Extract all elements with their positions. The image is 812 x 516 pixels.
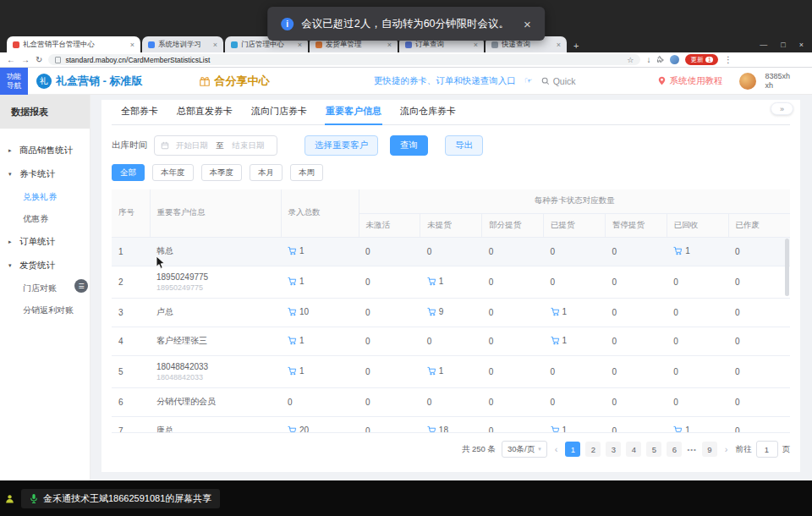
page-number[interactable]: 6 — [667, 442, 682, 457]
page-number[interactable]: 4 — [626, 442, 641, 457]
card-count-link[interactable]: 1 — [288, 277, 304, 286]
quick-filter-chip[interactable]: 本周 — [290, 164, 323, 181]
download-icon[interactable]: ↓ — [646, 56, 650, 64]
sidebar-collapse-handle-icon[interactable]: ☰ — [74, 279, 88, 293]
page-number[interactable]: 1 — [565, 442, 580, 457]
sidebar-item[interactable]: 兑换礼券 — [0, 186, 90, 208]
bookmark-star-icon[interactable]: ☆ — [627, 56, 634, 64]
sidebar-group[interactable]: ▾券卡统计 — [0, 162, 90, 186]
quick-filter-chip[interactable]: 本年度 — [152, 164, 194, 181]
cell-index: 2 — [112, 266, 150, 298]
card-count-link[interactable]: 20 — [288, 425, 309, 434]
new-tab-button[interactable]: + — [568, 41, 584, 52]
site-info-icon[interactable] — [55, 57, 61, 63]
quick-filter-chip[interactable]: 全部 — [112, 164, 145, 181]
meeting-app-icon[interactable] — [3, 491, 16, 505]
card-count-link[interactable]: 1 — [673, 425, 690, 434]
cell-customer: 1804884203318048842033 — [150, 355, 281, 387]
cell-status: 0 — [605, 387, 667, 416]
sidebar-group-label: 券卡统计 — [19, 168, 55, 180]
search-button[interactable]: 查询 — [390, 135, 428, 156]
table-vertical-scrollbar[interactable] — [785, 239, 789, 296]
quick-filter-chip[interactable]: 本季度 — [201, 164, 243, 181]
export-button[interactable]: 导出 — [445, 135, 483, 156]
table-row[interactable]: 7唐总2001801010 — [112, 416, 790, 433]
table-row[interactable]: 3卢总100901000 — [112, 298, 790, 327]
card-count-link[interactable]: 1 — [673, 246, 690, 255]
card-count-link[interactable]: 10 — [288, 307, 309, 316]
panel-collapse-button[interactable]: » — [771, 102, 793, 115]
select-important-customer-button[interactable]: 选择重要客户 — [304, 135, 378, 156]
card-count-link[interactable]: 1 — [427, 277, 444, 286]
tab-close-icon[interactable]: × — [557, 41, 561, 49]
card-count-link[interactable]: 1 — [288, 246, 304, 255]
pagination-total: 共 250 条 — [462, 444, 496, 455]
quick-entry-hint[interactable]: 更快捷的券卡、订单和快递查询入口 — [374, 75, 516, 87]
tab-重要客户信息[interactable]: 重要客户信息 — [316, 105, 391, 124]
card-count-link[interactable]: 1 — [551, 336, 568, 345]
page-number[interactable]: 5 — [646, 442, 661, 457]
page-number[interactable]: 2 — [585, 442, 601, 457]
column-header: 重要客户信息 — [150, 189, 281, 237]
card-count-link[interactable]: 1 — [551, 425, 568, 434]
quick-filter-chip[interactable]: 本月 — [250, 164, 283, 181]
card-count-link[interactable]: 1 — [288, 336, 304, 345]
window-minimize-button[interactable]: — — [760, 41, 767, 49]
card-count-link[interactable]: 1 — [427, 366, 444, 376]
system-tutorial-link[interactable]: 系统使用教程 — [658, 75, 722, 87]
function-nav-toggle[interactable]: 功能导航 — [0, 68, 28, 95]
address-bar-input[interactable]: standard.maboy.cn/CardMemberStatisticsLi… — [48, 54, 640, 65]
table-row[interactable]: 6分销代理的会员00000000 — [112, 387, 790, 416]
sidebar-group[interactable]: ▸订单统计 — [0, 230, 90, 254]
page-number[interactable]: 9 — [702, 442, 717, 457]
browser-tab[interactable]: 礼盒营销平台管理中心× — [7, 36, 140, 52]
triangle-right-icon: ▸ — [8, 147, 15, 154]
user-avatar[interactable] — [739, 73, 756, 90]
page-size-select[interactable]: 30条/页 ▾ — [502, 441, 547, 458]
sidebar-item[interactable]: 优惠券 — [0, 208, 90, 230]
menu-kebab-icon[interactable]: ⋮ — [724, 56, 732, 64]
table-row[interactable]: 1韩总10000010 — [112, 237, 790, 266]
window-close-button[interactable]: × — [799, 41, 804, 49]
more-pages-icon[interactable]: ••• — [687, 446, 696, 453]
sidebar-group[interactable]: ▸商品销售统计 — [0, 139, 90, 162]
browser-tab[interactable]: 系统培训学习× — [142, 36, 223, 52]
toast-close-icon[interactable]: × — [524, 17, 531, 31]
tab-close-icon[interactable]: × — [387, 41, 392, 49]
tab-close-icon[interactable]: × — [298, 41, 302, 49]
quick-search[interactable]: Quick — [541, 76, 576, 86]
browser-profile-avatar[interactable] — [670, 55, 679, 64]
tab-close-icon[interactable]: × — [130, 41, 134, 49]
tab-总部直发券卡[interactable]: 总部直发券卡 — [167, 105, 242, 124]
card-count-link[interactable]: 1 — [288, 366, 304, 376]
refresh-icon[interactable]: ↻ — [36, 56, 42, 64]
sidebar-item[interactable]: 分销返利对账 — [0, 299, 90, 321]
tab-close-icon[interactable]: × — [474, 41, 478, 49]
window-maximize-button[interactable]: □ — [781, 41, 785, 49]
page-number[interactable]: 3 — [606, 442, 621, 457]
share-center-link[interactable]: 合分享中心 — [199, 74, 270, 89]
date-range-picker[interactable]: 开始日期 至 结束日期 — [154, 135, 277, 156]
forward-icon[interactable]: → — [21, 56, 30, 64]
user-name[interactable]: 8385xh xh — [765, 72, 790, 90]
card-count-link[interactable]: 1 — [551, 307, 568, 316]
update-badge[interactable]: 更新 1 — [685, 54, 718, 65]
next-page-icon[interactable]: › — [723, 444, 730, 454]
table-row[interactable]: 2189502497751895024977510100000 — [112, 266, 790, 298]
table-row[interactable]: 4客户经理张三10001000 — [112, 327, 790, 355]
cell-status: 0 — [482, 237, 544, 266]
tab-全部券卡[interactable]: 全部券卡 — [112, 105, 167, 124]
back-icon[interactable]: ← — [7, 56, 15, 64]
tab-close-icon[interactable]: × — [213, 41, 217, 49]
sidebar-group[interactable]: ▾发货统计 — [0, 254, 90, 277]
cell-status: 0 — [728, 237, 790, 266]
card-count-link[interactable]: 9 — [427, 307, 444, 316]
extensions-puzzle-icon[interactable] — [656, 55, 664, 64]
goto-page-input[interactable] — [756, 441, 778, 458]
tab-流向仓库券卡[interactable]: 流向仓库券卡 — [391, 105, 465, 124]
prev-page-icon[interactable]: ‹ — [553, 444, 560, 454]
table-row[interactable]: 5180488420331804884203310100000 — [112, 355, 790, 387]
tab-流向门店券卡[interactable]: 流向门店券卡 — [242, 105, 316, 124]
cell-status: 0 — [482, 266, 544, 298]
card-count-link[interactable]: 18 — [427, 425, 448, 434]
